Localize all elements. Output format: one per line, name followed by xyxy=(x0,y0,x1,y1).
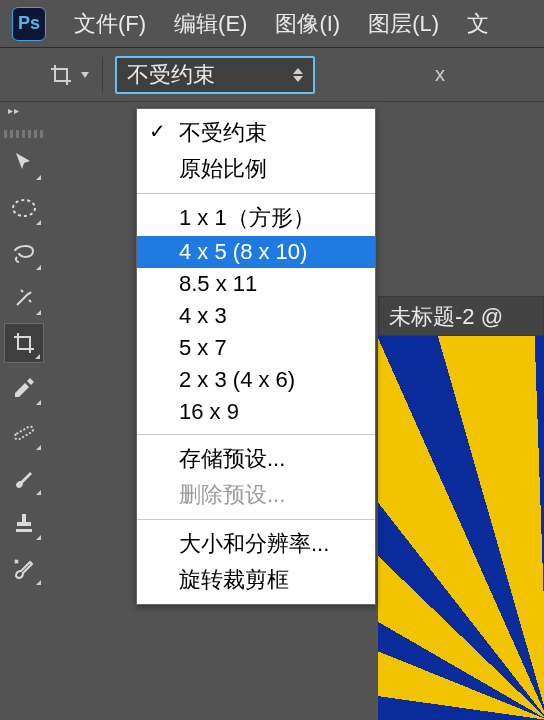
menu-item-ratio-4x3[interactable]: 4 x 3 xyxy=(137,300,375,332)
menu-item-ratio-16x9[interactable]: 16 x 9 xyxy=(137,396,375,428)
move-icon xyxy=(12,151,36,175)
menu-separator xyxy=(137,193,375,194)
menu-item-ratio-5x7[interactable]: 5 x 7 xyxy=(137,332,375,364)
brush-icon xyxy=(12,466,36,490)
crop-ratio-menu: ✓ 不受约束 原始比例 1 x 1（方形） 4 x 5 (8 x 10) 8.5… xyxy=(136,108,376,605)
marquee-icon xyxy=(11,197,37,219)
menu-item-label: 删除预设... xyxy=(179,482,285,507)
canvas[interactable] xyxy=(378,336,544,720)
menu-item-label: 16 x 9 xyxy=(179,399,239,424)
bandage-icon xyxy=(11,420,37,446)
menu-item-label: 旋转裁剪框 xyxy=(179,567,289,592)
menu-image[interactable]: 图像(I) xyxy=(261,9,354,39)
lasso-icon xyxy=(11,241,37,265)
wand-icon xyxy=(11,285,37,311)
crop-tool[interactable] xyxy=(4,323,44,363)
tool-strip xyxy=(0,116,48,593)
toolbar-grip xyxy=(4,130,44,138)
healing-brush-tool[interactable] xyxy=(4,413,44,453)
brush-tool[interactable] xyxy=(4,458,44,498)
menu-item-ratio-4x5[interactable]: 4 x 5 (8 x 10) xyxy=(137,236,375,268)
menu-item-label: 4 x 3 xyxy=(179,303,227,328)
quick-select-tool[interactable] xyxy=(4,278,44,318)
stamp-icon xyxy=(12,511,36,535)
combo-stepper-icon xyxy=(293,68,303,82)
crop-icon xyxy=(12,331,36,355)
menu-item-size-resolution[interactable]: 大小和分辨率... xyxy=(137,526,375,562)
menu-item-ratio-1x1[interactable]: 1 x 1（方形） xyxy=(137,200,375,236)
menu-item-original-ratio[interactable]: 原始比例 xyxy=(137,151,375,187)
options-bar: 不受约束 x xyxy=(0,48,544,102)
crop-ratio-combobox[interactable]: 不受约束 xyxy=(115,56,315,94)
menu-file[interactable]: 文件(F) xyxy=(60,9,160,39)
menu-item-ratio-2x3[interactable]: 2 x 3 (4 x 6) xyxy=(137,364,375,396)
lasso-tool[interactable] xyxy=(4,233,44,273)
chevron-down-icon xyxy=(81,72,89,78)
clone-stamp-tool[interactable] xyxy=(4,503,44,543)
menu-truncated[interactable]: 文 xyxy=(453,9,503,39)
menu-item-label: 1 x 1（方形） xyxy=(179,205,315,230)
menu-item-label: 4 x 5 (8 x 10) xyxy=(179,239,307,264)
menu-item-delete-preset: 删除预设... xyxy=(137,477,375,513)
check-icon: ✓ xyxy=(149,119,166,143)
menu-item-label: 存储预设... xyxy=(179,446,285,471)
app-logo-text: Ps xyxy=(18,13,40,34)
menu-item-label: 5 x 7 xyxy=(179,335,227,360)
svg-point-0 xyxy=(13,200,35,216)
move-tool[interactable] xyxy=(4,143,44,183)
svg-rect-1 xyxy=(14,425,34,440)
combo-value: 不受约束 xyxy=(127,60,215,90)
menu-edit[interactable]: 编辑(E) xyxy=(160,9,261,39)
menu-item-label: 8.5 x 11 xyxy=(179,271,257,296)
menu-item-rotate-crop[interactable]: 旋转裁剪框 xyxy=(137,562,375,598)
eyedropper-icon xyxy=(12,376,36,400)
menu-item-unconstrained[interactable]: ✓ 不受约束 xyxy=(137,115,375,151)
history-brush-icon xyxy=(12,556,36,580)
document-tab[interactable]: 未标题-2 @ 66 xyxy=(378,296,544,336)
clear-button[interactable]: x xyxy=(435,63,445,86)
history-brush-tool[interactable] xyxy=(4,548,44,588)
menu-item-label: 2 x 3 (4 x 6) xyxy=(179,367,295,392)
divider xyxy=(102,57,103,93)
menu-separator xyxy=(137,519,375,520)
double-chevron-right-icon: ▸▸ xyxy=(8,105,20,116)
app-logo: Ps xyxy=(12,7,46,41)
menubar: Ps 文件(F) 编辑(E) 图像(I) 图层(L) 文 xyxy=(0,0,544,48)
marquee-tool[interactable] xyxy=(4,188,44,228)
menu-item-label: 大小和分辨率... xyxy=(179,531,329,556)
menu-item-ratio-85x11[interactable]: 8.5 x 11 xyxy=(137,268,375,300)
menu-layer[interactable]: 图层(L) xyxy=(354,9,453,39)
canvas-artwork xyxy=(378,336,544,720)
menu-item-save-preset[interactable]: 存储预设... xyxy=(137,441,375,477)
eyedropper-tool[interactable] xyxy=(4,368,44,408)
menu-separator xyxy=(137,434,375,435)
menu-item-label: 不受约束 xyxy=(179,120,267,145)
crop-tool-option-icon[interactable] xyxy=(48,58,90,92)
menu-item-label: 原始比例 xyxy=(179,156,267,181)
crop-icon xyxy=(49,63,73,87)
